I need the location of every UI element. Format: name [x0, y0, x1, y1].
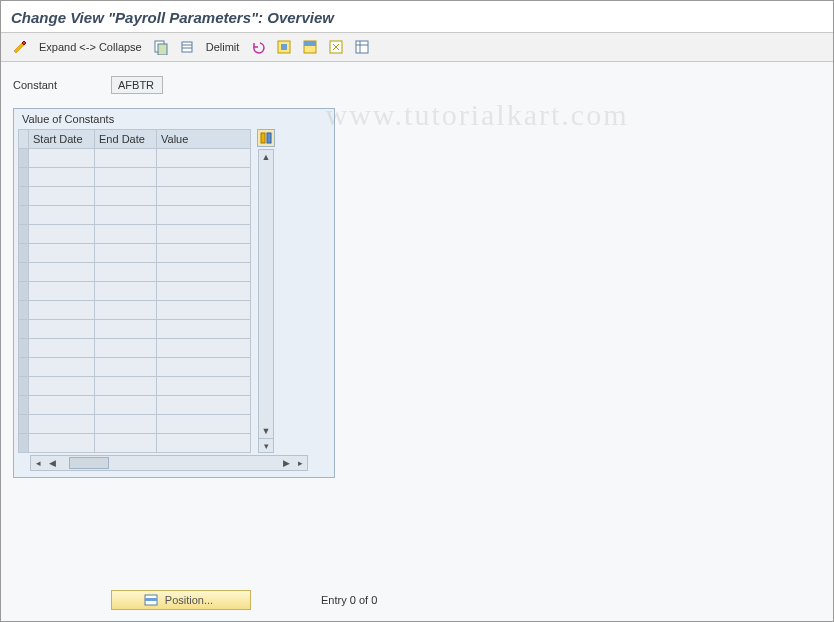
table-settings-icon[interactable] [351, 37, 373, 57]
cell-start-date[interactable] [29, 168, 95, 187]
row-selector[interactable] [19, 339, 29, 358]
table-row[interactable] [19, 187, 251, 206]
table-row[interactable] [19, 225, 251, 244]
select-block-icon[interactable] [299, 37, 321, 57]
select-all-icon[interactable] [273, 37, 295, 57]
deselect-all-icon[interactable] [325, 37, 347, 57]
row-selector[interactable] [19, 206, 29, 225]
cell-end-date[interactable] [95, 282, 157, 301]
cell-value[interactable] [157, 149, 251, 168]
constants-table[interactable]: Start Date End Date Value [18, 129, 251, 453]
scroll-up-icon[interactable]: ▲ [259, 150, 273, 164]
delimit-button[interactable]: Delimit [202, 41, 244, 53]
row-selector[interactable] [19, 415, 29, 434]
cell-end-date[interactable] [95, 415, 157, 434]
cell-end-date[interactable] [95, 168, 157, 187]
copy-icon[interactable] [176, 37, 198, 57]
cell-start-date[interactable] [29, 339, 95, 358]
scroll-thumb[interactable] [69, 457, 109, 469]
cell-end-date[interactable] [95, 396, 157, 415]
row-selector[interactable] [19, 149, 29, 168]
cell-value[interactable] [157, 187, 251, 206]
row-selector[interactable] [19, 358, 29, 377]
scroll-bottom-icon[interactable]: ▾ [259, 438, 273, 452]
new-entries-icon[interactable] [150, 37, 172, 57]
cell-end-date[interactable] [95, 187, 157, 206]
cell-start-date[interactable] [29, 187, 95, 206]
cell-end-date[interactable] [95, 263, 157, 282]
row-selector[interactable] [19, 244, 29, 263]
scroll-first-icon[interactable]: ◂ [31, 456, 45, 470]
cell-value[interactable] [157, 168, 251, 187]
row-selector-header[interactable] [19, 130, 29, 149]
cell-end-date[interactable] [95, 301, 157, 320]
cell-end-date[interactable] [95, 339, 157, 358]
cell-start-date[interactable] [29, 244, 95, 263]
column-header-start-date[interactable]: Start Date [29, 130, 95, 149]
cell-value[interactable] [157, 282, 251, 301]
vertical-scrollbar[interactable]: ▲ ▼ ▾ [258, 149, 274, 453]
cell-start-date[interactable] [29, 377, 95, 396]
table-row[interactable] [19, 263, 251, 282]
cell-start-date[interactable] [29, 396, 95, 415]
cell-start-date[interactable] [29, 225, 95, 244]
row-selector[interactable] [19, 434, 29, 453]
cell-value[interactable] [157, 244, 251, 263]
cell-start-date[interactable] [29, 301, 95, 320]
cell-end-date[interactable] [95, 320, 157, 339]
cell-value[interactable] [157, 301, 251, 320]
cell-value[interactable] [157, 206, 251, 225]
position-button[interactable]: Position... [111, 590, 251, 610]
row-selector[interactable] [19, 396, 29, 415]
cell-start-date[interactable] [29, 263, 95, 282]
cell-value[interactable] [157, 415, 251, 434]
cell-start-date[interactable] [29, 434, 95, 453]
row-selector[interactable] [19, 282, 29, 301]
cell-value[interactable] [157, 263, 251, 282]
table-row[interactable] [19, 149, 251, 168]
row-selector[interactable] [19, 377, 29, 396]
row-selector[interactable] [19, 320, 29, 339]
table-row[interactable] [19, 415, 251, 434]
cell-value[interactable] [157, 339, 251, 358]
cell-start-date[interactable] [29, 320, 95, 339]
table-row[interactable] [19, 377, 251, 396]
cell-value[interactable] [157, 358, 251, 377]
cell-start-date[interactable] [29, 358, 95, 377]
cell-start-date[interactable] [29, 149, 95, 168]
table-row[interactable] [19, 358, 251, 377]
cell-end-date[interactable] [95, 225, 157, 244]
scroll-last-icon[interactable]: ▸ [293, 456, 307, 470]
cell-start-date[interactable] [29, 206, 95, 225]
row-selector[interactable] [19, 225, 29, 244]
configure-columns-icon[interactable] [257, 129, 275, 147]
cell-end-date[interactable] [95, 377, 157, 396]
undo-icon[interactable] [247, 37, 269, 57]
cell-end-date[interactable] [95, 244, 157, 263]
cell-value[interactable] [157, 377, 251, 396]
column-header-value[interactable]: Value [157, 130, 251, 149]
cell-start-date[interactable] [29, 282, 95, 301]
scroll-right-icon[interactable]: ▶ [279, 456, 293, 470]
toggle-edit-icon[interactable] [9, 37, 31, 57]
cell-end-date[interactable] [95, 358, 157, 377]
cell-value[interactable] [157, 396, 251, 415]
cell-value[interactable] [157, 225, 251, 244]
cell-end-date[interactable] [95, 206, 157, 225]
row-selector[interactable] [19, 187, 29, 206]
table-row[interactable] [19, 206, 251, 225]
table-row[interactable] [19, 282, 251, 301]
row-selector[interactable] [19, 301, 29, 320]
scroll-down-icon[interactable]: ▼ [259, 424, 273, 438]
table-row[interactable] [19, 320, 251, 339]
cell-value[interactable] [157, 434, 251, 453]
cell-end-date[interactable] [95, 149, 157, 168]
scroll-left-icon[interactable]: ◀ [45, 456, 59, 470]
table-row[interactable] [19, 339, 251, 358]
horizontal-scrollbar[interactable]: ◂ ◀ ▶ ▸ [30, 455, 308, 471]
expand-collapse-button[interactable]: Expand <-> Collapse [35, 41, 146, 53]
cell-start-date[interactable] [29, 415, 95, 434]
table-row[interactable] [19, 168, 251, 187]
table-row[interactable] [19, 396, 251, 415]
row-selector[interactable] [19, 168, 29, 187]
